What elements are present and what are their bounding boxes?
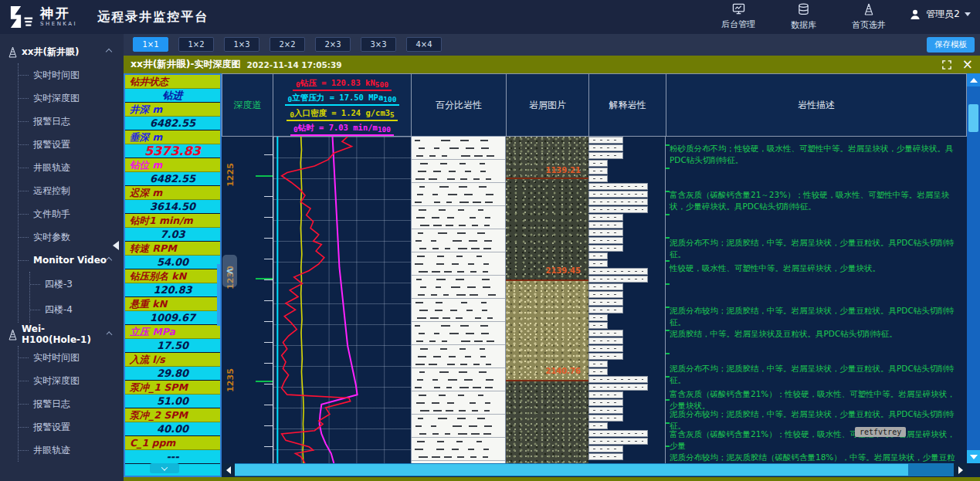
sidebar-item-label: 实时参数 [33,231,70,244]
param-scrollbar[interactable] [217,264,220,326]
well-node-1[interactable]: xx井(新井眼) [8,40,124,63]
lithology-pattern-row [412,376,505,384]
grid-button-1x2[interactable]: 1×2 [178,37,214,52]
grid-button-1x1[interactable]: 1×1 [133,37,168,52]
sidebar-item-报警日志[interactable]: 报警日志 [19,110,124,133]
sidebar-item-远程控制[interactable]: 远程控制 [19,179,124,202]
sidebar-item-文件助手[interactable]: 文件助手 [19,202,124,225]
brand-en: SHENKAI [40,22,77,27]
nav-item-2[interactable]: 数据库 [791,3,816,31]
interp-lithology-block [588,160,608,167]
scroll-left-button[interactable] [222,463,235,476]
sidebar-item-label: 文件助手 [33,208,70,221]
sidebar-item-井眼轨迹[interactable]: 井眼轨迹 [19,156,124,179]
pattern-dash [439,395,446,396]
grid-button-3x3[interactable]: 3×3 [361,37,396,52]
interp-lithology-block [588,214,623,221]
depth-minor-tick [264,196,273,197]
legend-max: 500 [375,80,388,89]
cuttings-photo-section [506,178,588,279]
lithology-pattern-row [412,252,505,260]
pattern-dash [483,248,491,249]
close-icon[interactable]: × [962,58,973,71]
pattern-dash [432,194,438,195]
sidebar-item-井眼轨迹[interactable]: 井眼轨迹 [19,439,124,462]
sidebar-item-报警设置[interactable]: 报警设置 [19,415,124,439]
sidebar-item-monitor-video[interactable]: Monitor Video [19,249,124,272]
pattern-dash [415,425,422,427]
grid-button-2x3[interactable]: 2×3 [315,37,351,52]
pattern-dash [472,410,478,412]
interp-row [588,237,665,245]
well-branch: 实时时间图实时深度图报警日志报警设置井眼轨迹 [18,346,124,462]
scroll-right-button[interactable] [954,463,967,476]
interp-lithology-block [588,260,608,267]
interp-row [588,260,665,268]
lithology-pattern-row [412,144,505,152]
sidebar-collapse-pointer-icon[interactable] [113,241,119,250]
pattern-dash [420,410,429,412]
pattern-dash [484,410,490,412]
sidebar-item-实时时间图[interactable]: 实时时间图 [19,63,124,86]
well-node-2[interactable]: Wei-H100(Hole-1) [8,323,124,346]
pattern-dash [446,410,453,412]
sidebar-item-实时参数[interactable]: 实时参数 [19,225,124,249]
sidebar-item-四楼-3[interactable]: 四楼-3 [30,272,124,297]
legend-label: 钻时 = 7.03 min/m [298,123,378,134]
horizontal-scroll-thumb[interactable] [235,464,908,476]
save-template-button[interactable]: 保存模板 [927,37,975,53]
pattern-dash [459,387,469,388]
grid-button-1x3[interactable]: 1×3 [224,37,259,52]
interp-row [588,438,665,445]
pattern-dash [415,202,422,203]
sidebar-item-实时时间图[interactable]: 实时时间图 [19,346,124,369]
sidebar-item-label: 报警设置 [33,421,70,434]
sidebar-item-报警日志[interactable]: 报警日志 [19,392,124,415]
sidebar-item-label: 报警设置 [33,138,70,151]
maximize-icon[interactable] [942,60,951,69]
nav-item-3[interactable]: 首页选井 [852,3,886,31]
lithology-pattern-row [412,353,505,361]
pattern-dash [457,418,466,419]
lithology-pattern-row [412,175,505,183]
scroll-up-button[interactable] [967,73,980,86]
horizontal-scrollbar[interactable] [222,463,967,476]
pattern-dash [419,310,428,311]
interp-row [588,361,665,368]
vertical-scrollbar[interactable] [967,73,980,463]
sidebar-item-实时深度图[interactable]: 实时深度图 [19,369,124,392]
sidebar-item-四楼-4[interactable]: 四楼-4 [30,297,124,323]
grid-button-4x4[interactable]: 4×4 [406,37,442,52]
sidebar-item-label: 实时深度图 [33,92,80,105]
parameter-panel: 钻井状态钻进井深 m6482.55垂深 m5373.83钻位 m6482.55迟… [124,73,222,477]
panel-collapse-tab[interactable]: < [222,255,237,287]
window-timestamp: 2022-11-14 17:05:39 [247,60,342,69]
pattern-dash [485,202,493,203]
user-icon [909,8,921,21]
param-dropdown-button[interactable] [150,463,179,473]
well-tree-sidebar: xx井(新井眼)实时时间图实时深度图报警日志报警设置井眼轨迹远程控制文件助手实时… [0,34,124,481]
vertical-scroll-thumb[interactable] [968,104,978,132]
interp-row [588,430,665,438]
pattern-dash [417,317,426,319]
lithology-pattern-row [412,222,505,229]
interp-row [588,345,665,353]
lithology-pattern-row [412,268,505,276]
grid-button-2x2[interactable]: 2×2 [270,37,305,52]
pattern-dash [453,425,462,427]
pattern-dash [483,263,489,265]
sidebar-item-label: 井眼轨迹 [33,161,70,174]
user-menu[interactable]: 管理员2 [909,8,971,21]
scroll-down-button[interactable] [967,450,980,463]
pattern-dash [456,441,463,442]
pattern-dash [416,155,423,157]
user-name: 管理员2 [926,8,960,21]
nav-item-1[interactable]: 后台管理 [721,3,755,31]
pattern-dash [487,317,493,319]
param-value-11: 29.80 [125,367,220,381]
sidebar-item-实时深度图[interactable]: 实时深度图 [19,86,124,110]
lithology-pattern-row [412,415,505,422]
pattern-dash [460,325,469,327]
sidebar-item-报警设置[interactable]: 报警设置 [19,133,124,156]
interp-row [588,368,665,376]
